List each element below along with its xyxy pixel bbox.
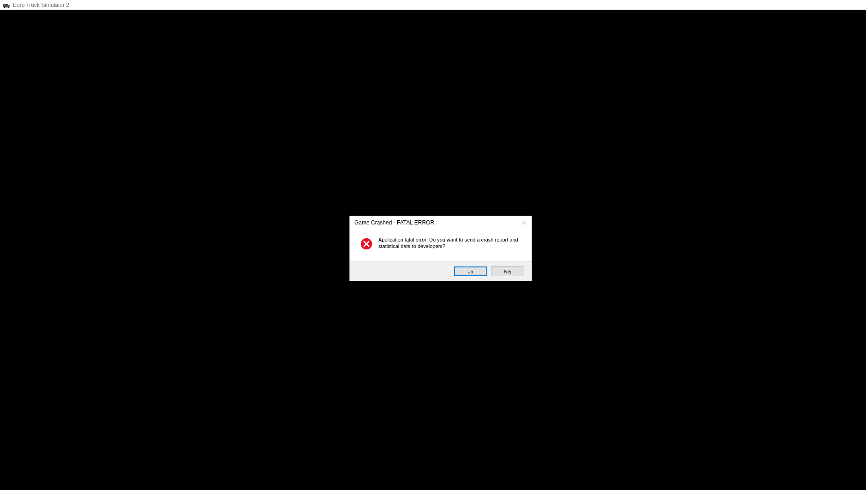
dialog-titlebar[interactable]: Game Crashed - FATAL ERROR [350,216,532,229]
no-button[interactable]: Nej [491,266,524,276]
crash-dialog: Game Crashed - FATAL ERROR Application f… [349,216,532,281]
app-titlebar[interactable]: Euro Truck Simulator 2 [0,0,868,10]
svg-rect-4 [4,5,5,6]
app-icon [3,1,10,9]
svg-point-3 [8,6,9,8]
dialog-message: Application fatal error! Do you want to … [378,236,525,250]
app-title: Euro Truck Simulator 2 [13,2,69,8]
dialog-footer: Ja Nej [350,261,532,281]
error-icon [360,237,373,250]
close-icon[interactable] [521,219,528,226]
yes-button[interactable]: Ja [454,266,487,276]
dialog-body: Application fatal error! Do you want to … [350,229,532,261]
dialog-title: Game Crashed - FATAL ERROR [354,219,434,226]
svg-point-2 [4,6,6,8]
